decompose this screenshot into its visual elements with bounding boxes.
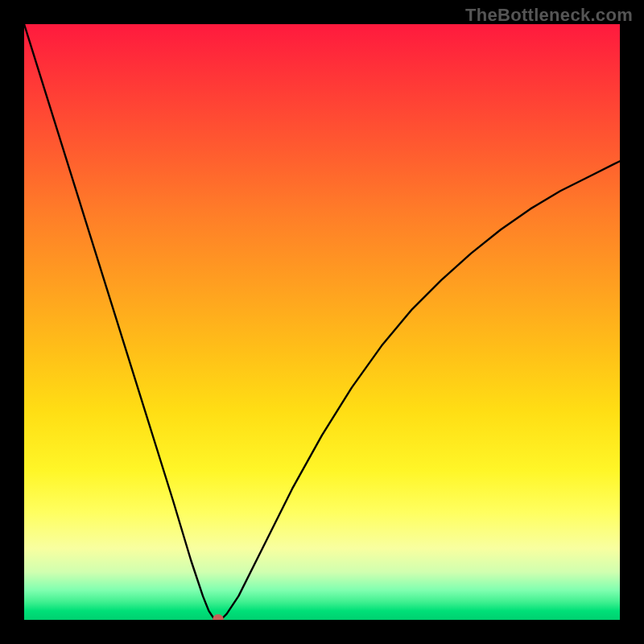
bottleneck-curve [24, 24, 620, 620]
chart-container: TheBottleneck.com [0, 0, 644, 644]
watermark-text: TheBottleneck.com [465, 5, 633, 26]
optimal-point-marker [213, 614, 224, 620]
plot-area [24, 24, 620, 620]
curve-svg [24, 24, 620, 620]
